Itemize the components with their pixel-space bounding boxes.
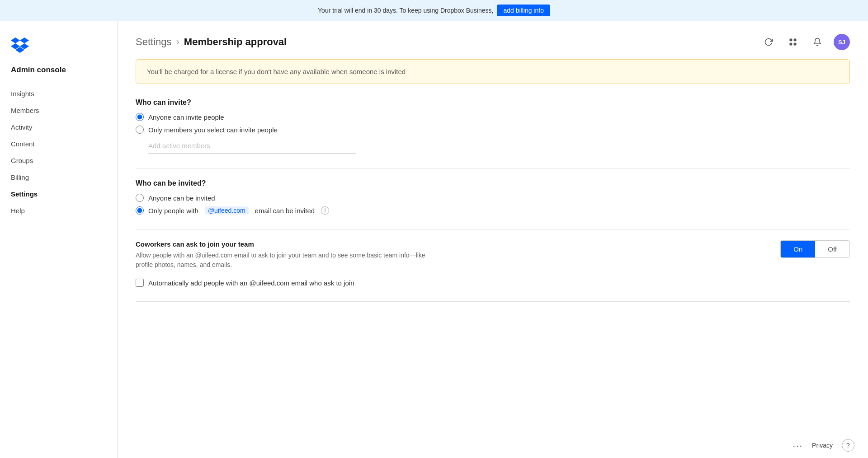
dropbox-logo-icon (11, 35, 29, 53)
sidebar-item-billing[interactable]: Billing (0, 169, 117, 186)
auto-add-checkbox[interactable] (136, 279, 144, 287)
radio-anyone-be-invited[interactable]: Anyone can be invited (136, 194, 850, 202)
warning-text: You'll be charged for a license if you d… (147, 68, 406, 75)
refresh-button[interactable] (760, 34, 777, 50)
add-members-input[interactable] (148, 138, 356, 154)
avatar[interactable]: SJ (834, 34, 850, 50)
radio-anyone-invite-label: Anyone can invite people (148, 113, 224, 121)
sidebar-item-insights[interactable]: Insights (0, 85, 117, 102)
coworkers-title: Coworkers can ask to join your team (136, 240, 780, 248)
header-icons: SJ (760, 34, 850, 50)
refresh-icon (764, 37, 773, 47)
trial-banner: Your trial will end in 30 days. To keep … (0, 0, 868, 21)
auto-add-label: Automatically add people with an @uifeed… (148, 279, 354, 287)
sidebar-nav: Insights Members Activity Content Groups… (0, 85, 117, 219)
svg-rect-3 (794, 43, 797, 46)
divider-1 (136, 168, 850, 168)
toggle-on-button[interactable]: On (781, 241, 815, 257)
coworkers-row: Coworkers can ask to join your team Allo… (136, 240, 850, 270)
svg-rect-2 (790, 43, 793, 46)
radio-domain-invite-suffix: email can be invited (255, 207, 315, 215)
warning-box: You'll be charged for a license if you d… (136, 59, 850, 84)
coworkers-description: Allow people with an @uifeed.com email t… (136, 251, 443, 270)
who-can-invite-title: Who can invite? (136, 98, 850, 107)
checkbox-row: Automatically add people with an @uifeed… (136, 279, 850, 287)
radio-anyone-be-invited-input[interactable] (136, 194, 144, 202)
breadcrumb-parent[interactable]: Settings (136, 36, 172, 48)
footer-dots[interactable]: ··· (793, 440, 803, 451)
sidebar: Admin console Insights Members Activity … (0, 21, 118, 458)
domain-badge: @uifeed.com (205, 206, 249, 215)
toggle-group: On Off (780, 240, 850, 258)
who-can-be-invited-title: Who can be invited? (136, 179, 850, 187)
radio-anyone-invite-input[interactable] (136, 113, 144, 121)
page-body: You'll be charged for a license if you d… (118, 59, 868, 331)
coworkers-section: Coworkers can ask to join your team Allo… (136, 240, 850, 287)
bell-icon (813, 37, 822, 47)
sidebar-item-members[interactable]: Members (0, 102, 117, 119)
radio-domain-invite-input[interactable] (136, 206, 144, 215)
content-header: Settings › Membership approval (118, 21, 868, 59)
sidebar-item-help[interactable]: Help (0, 202, 117, 219)
radio-domain-invite-prefix: Only people with (148, 207, 198, 215)
info-icon[interactable]: i (321, 206, 329, 215)
banner-text: Your trial will end in 30 days. To keep … (318, 7, 493, 14)
sidebar-item-content[interactable]: Content (0, 136, 117, 152)
page-footer: ··· Privacy ? (779, 433, 868, 458)
sidebar-item-settings[interactable]: Settings (0, 186, 117, 202)
footer-help-button[interactable]: ? (842, 439, 854, 452)
divider-2 (136, 229, 850, 229)
radio-select-invite-label: Only members you select can invite peopl… (148, 126, 278, 134)
breadcrumb-separator: › (176, 36, 179, 48)
breadcrumb: Settings › Membership approval (136, 36, 287, 48)
radio-anyone-be-invited-label: Anyone can be invited (148, 194, 215, 202)
add-billing-button[interactable]: add billing info (497, 5, 550, 16)
grid-button[interactable] (785, 34, 801, 50)
radio-select-invite[interactable]: Only members you select can invite peopl… (136, 126, 850, 134)
radio-anyone-invite[interactable]: Anyone can invite people (136, 113, 850, 121)
grid-icon (788, 37, 797, 47)
radio-select-invite-input[interactable] (136, 126, 144, 134)
sidebar-item-activity[interactable]: Activity (0, 119, 117, 136)
notifications-button[interactable] (809, 34, 826, 50)
sidebar-logo[interactable] (0, 30, 117, 65)
toggle-off-button[interactable]: Off (815, 241, 849, 257)
admin-console-label: Admin console (0, 65, 117, 85)
sidebar-item-groups[interactable]: Groups (0, 152, 117, 169)
coworkers-text: Coworkers can ask to join your team Allo… (136, 240, 780, 270)
svg-rect-0 (790, 39, 793, 42)
divider-3 (136, 301, 850, 302)
breadcrumb-current: Membership approval (184, 36, 287, 48)
radio-domain-invite[interactable]: Only people with @uifeed.com email can b… (136, 206, 850, 215)
add-members-input-container (148, 138, 850, 154)
who-can-be-invited-section: Who can be invited? Anyone can be invite… (136, 179, 850, 215)
svg-rect-1 (794, 39, 797, 42)
footer-privacy[interactable]: Privacy (812, 442, 833, 449)
main-content: Settings › Membership approval (118, 21, 868, 458)
who-can-invite-section: Who can invite? Anyone can invite people… (136, 98, 850, 154)
